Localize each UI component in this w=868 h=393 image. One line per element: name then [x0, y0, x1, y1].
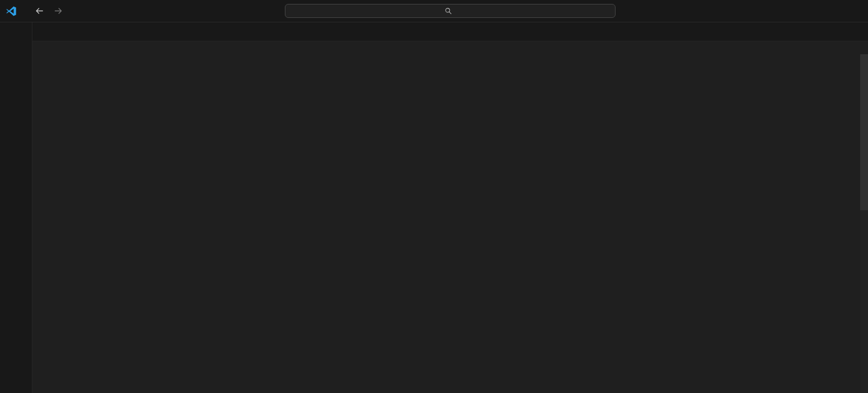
- titlebar-right-controls: [860, 0, 868, 22]
- title-bar: [0, 0, 868, 22]
- editor-actions: [858, 22, 868, 41]
- editor-group: [32, 22, 868, 393]
- vertical-scrollbar[interactable]: [860, 54, 868, 393]
- forward-button[interactable]: [54, 6, 64, 16]
- minimap[interactable]: [799, 54, 860, 393]
- history-navigation: [35, 6, 64, 16]
- vscode-logo-icon: [0, 6, 22, 17]
- activity-bar: [0, 22, 32, 393]
- command-center-search[interactable]: [285, 4, 616, 18]
- tab-bar: [32, 22, 868, 41]
- tabs-container: [32, 22, 858, 41]
- code-editor[interactable]: [32, 54, 868, 393]
- code-lines: [32, 54, 860, 393]
- workbench: [0, 22, 868, 393]
- search-icon: [445, 7, 452, 15]
- back-button[interactable]: [35, 6, 45, 16]
- vscode-window: [0, 0, 868, 393]
- scrollbar-thumb[interactable]: [860, 54, 868, 210]
- breadcrumbs: [32, 41, 868, 54]
